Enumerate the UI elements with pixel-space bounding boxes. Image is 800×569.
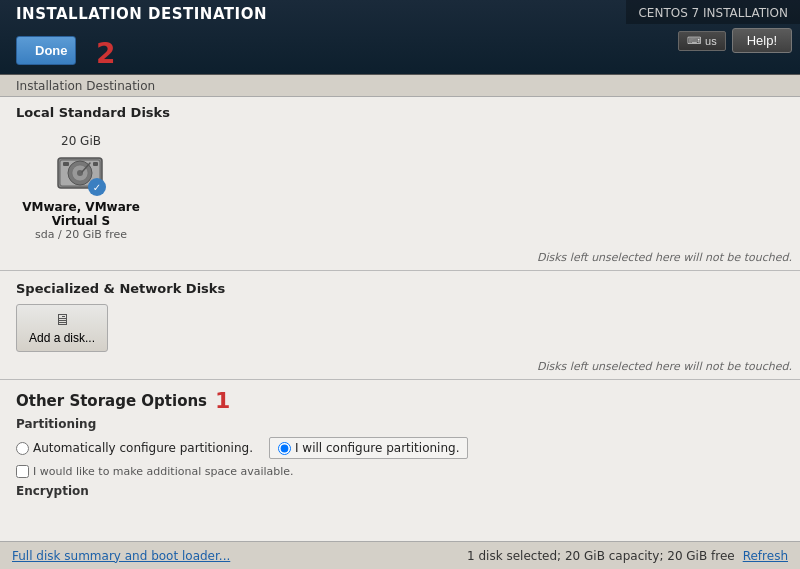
local-disks-section: Local Standard Disks 20 GiB xyxy=(0,97,800,251)
network-disk-icon: 🖥 xyxy=(54,311,70,329)
keyboard-icon: ⌨ xyxy=(687,35,701,46)
disk-icon-container: ✓ xyxy=(56,152,106,196)
add-disk-label: Add a disk... xyxy=(29,331,95,345)
additional-space-option[interactable]: I would like to make additional space av… xyxy=(0,463,800,480)
storage-options-header: Other Storage Options 1 xyxy=(0,382,800,415)
sub-header: Installation Destination xyxy=(0,75,800,97)
step-number-1: 1 xyxy=(215,388,230,413)
manual-partitioning-label: I will configure partitioning. xyxy=(295,441,459,455)
network-disks-note: Disks left unselected here will not be t… xyxy=(0,360,800,377)
header: INSTALLATION DESTINATION Done 2 CENTOS 7… xyxy=(0,0,800,75)
manual-partitioning-radio[interactable] xyxy=(278,442,291,455)
step-number-2: 2 xyxy=(96,37,115,70)
partitioning-label: Partitioning xyxy=(0,415,800,433)
centos-label: CENTOS 7 INSTALLATION xyxy=(626,0,800,24)
done-button[interactable]: Done xyxy=(16,36,76,65)
keyboard-layout-button[interactable]: ⌨ us xyxy=(678,31,726,51)
local-disks-title: Local Standard Disks xyxy=(16,105,784,120)
divider-1 xyxy=(0,270,800,271)
help-button[interactable]: Help! xyxy=(732,28,792,53)
additional-space-checkbox[interactable] xyxy=(16,465,29,478)
disk-name: VMware, VMware Virtual S xyxy=(22,200,140,228)
disk-item[interactable]: 20 GiB ✓ VMwa xyxy=(16,128,146,247)
svg-rect-7 xyxy=(93,162,98,166)
keyboard-layout-label: us xyxy=(705,35,717,47)
header-controls: ⌨ us Help! xyxy=(670,24,800,57)
disk-device: sda xyxy=(35,228,54,241)
manual-partitioning-option[interactable]: I will configure partitioning. xyxy=(269,437,468,459)
auto-partitioning-label: Automatically configure partitioning. xyxy=(33,441,253,455)
auto-partitioning-radio[interactable] xyxy=(16,442,29,455)
disk-selected-badge: ✓ xyxy=(88,178,106,196)
storage-options-title: Other Storage Options xyxy=(16,392,207,410)
network-disks-title: Specialized & Network Disks xyxy=(16,281,784,296)
main-content: Local Standard Disks 20 GiB xyxy=(0,97,800,569)
disk-size: 20 GiB xyxy=(61,134,101,148)
header-left: INSTALLATION DESTINATION Done 2 xyxy=(16,5,267,70)
auto-partitioning-option[interactable]: Automatically configure partitioning. xyxy=(16,441,253,455)
header-right: CENTOS 7 INSTALLATION ⌨ us Help! xyxy=(626,0,800,57)
network-disks-section: Specialized & Network Disks 🖥 Add a disk… xyxy=(0,273,800,360)
disk-summary-link[interactable]: Full disk summary and boot loader... xyxy=(12,549,230,563)
add-disk-button[interactable]: 🖥 Add a disk... xyxy=(16,304,108,352)
additional-space-label: I would like to make additional space av… xyxy=(33,465,294,478)
partitioning-radio-group: Automatically configure partitioning. I … xyxy=(0,433,800,463)
svg-rect-6 xyxy=(63,162,69,166)
local-disks-note: Disks left unselected here will not be t… xyxy=(0,251,800,268)
refresh-link[interactable]: Refresh xyxy=(743,549,788,563)
disk-sep: / xyxy=(58,228,62,241)
page-title: INSTALLATION DESTINATION xyxy=(16,5,267,23)
bottom-bar: Full disk summary and boot loader... 1 d… xyxy=(0,541,800,569)
bottom-right: 1 disk selected; 20 GiB capacity; 20 GiB… xyxy=(467,549,788,563)
disk-info: sda / 20 GiB free xyxy=(35,228,127,241)
divider-2 xyxy=(0,379,800,380)
sub-header-label: Installation Destination xyxy=(16,79,155,93)
encryption-label: Encryption xyxy=(0,480,800,500)
disk-free: 20 GiB free xyxy=(65,228,127,241)
summary-text: 1 disk selected; 20 GiB capacity; 20 GiB… xyxy=(467,549,735,563)
